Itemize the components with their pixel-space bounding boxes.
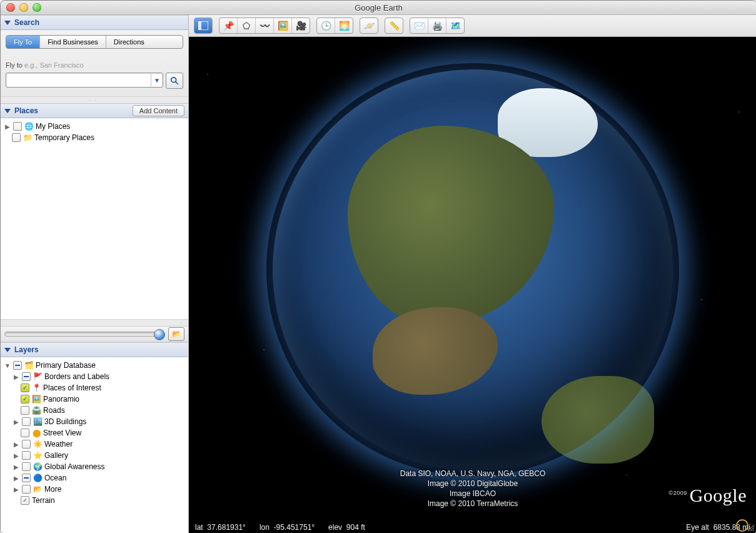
disclosure-triangle-icon[interactable]: ▶ (4, 123, 11, 130)
checkbox[interactable] (21, 496, 29, 505)
tree-row-poi[interactable]: 📍 Places of Interest (3, 382, 186, 393)
checkbox[interactable] (22, 462, 31, 471)
checkbox[interactable] (21, 395, 29, 404)
pushpin-icon: 📌 (223, 21, 234, 31)
checkbox[interactable] (12, 133, 21, 142)
main-area: 📌 ⬠ 〰️ 🖼️ 🎥 🕒 🌅 🪐 📏 ✉️ 🖨️ 🗺️ (189, 15, 756, 533)
checkbox[interactable] (21, 429, 29, 437)
search-input[interactable] (6, 76, 151, 84)
tree-label: Terrain (32, 496, 55, 505)
toolbar: 📌 ⬠ 〰️ 🖼️ 🎥 🕒 🌅 🪐 📏 ✉️ 🖨️ 🗺️ (189, 15, 756, 37)
add-polygon-button[interactable]: ⬠ (238, 18, 256, 33)
disclosure-triangle-icon[interactable]: ▶ (13, 419, 19, 425)
checkbox[interactable] (22, 372, 31, 381)
layers-panel-title: Layers (14, 345, 39, 354)
record-tour-button[interactable]: 🎥 (292, 18, 310, 33)
poi-icon: 📍 (32, 383, 41, 392)
checkbox[interactable] (21, 383, 29, 392)
logo-text: Google (690, 485, 747, 505)
places-folder-button[interactable]: 📂 (168, 327, 184, 341)
tree-row-borders[interactable]: ▶ 🚩 Borders and Labels (3, 371, 186, 382)
checkbox[interactable] (21, 406, 29, 415)
checkbox[interactable] (13, 361, 22, 370)
checkbox[interactable] (22, 440, 31, 449)
svg-rect-3 (198, 21, 201, 30)
tree-row-gallery[interactable]: ▶ ⭐ Gallery (3, 450, 186, 461)
disclosure-triangle-icon[interactable]: ▶ (13, 475, 19, 482)
sky-button[interactable]: 🪐 (360, 18, 378, 33)
disclosure-triangle-icon[interactable]: ▼ (4, 362, 11, 369)
ruler-button[interactable]: 📏 (385, 18, 403, 33)
historical-imagery-button[interactable]: 🕒 (317, 18, 335, 33)
tree-row-my-places[interactable]: ▶ 🌐 My Places (3, 121, 186, 132)
buildings-icon: 🏙️ (33, 417, 42, 426)
search-panel-header[interactable]: Search (1, 15, 188, 30)
email-button[interactable]: ✉️ (410, 18, 428, 33)
disclosure-triangle-icon[interactable]: ▶ (13, 486, 19, 493)
flyto-label: Fly to e.g., San Francisco (6, 61, 183, 69)
tree-row-street-view[interactable]: ⬤ Street View (3, 427, 186, 439)
panel-resize-grip[interactable]: ·· (1, 96, 188, 103)
tree-row-terrain[interactable]: Terrain (3, 495, 186, 506)
add-placemark-button[interactable]: 📌 (219, 18, 238, 33)
tree-row-primary-database[interactable]: ▼ 🗂️ Primary Database (3, 360, 186, 371)
checkbox[interactable] (22, 474, 31, 482)
lat-readout: lat 37.681931° (195, 523, 246, 532)
globe-viewport[interactable]: Data SIO, NOAA, U.S. Navy, NGA, GEBCO Im… (189, 37, 756, 521)
sidebar: Search Fly To Find Businesses Directions… (1, 15, 189, 533)
tree-row-weather[interactable]: ▶ ☀️ Weather (3, 439, 186, 450)
checkbox[interactable] (13, 122, 22, 131)
view-in-maps-button[interactable]: 🗺️ (446, 18, 464, 33)
disclosure-triangle-icon[interactable]: ▶ (13, 373, 19, 380)
magnifier-icon (170, 76, 179, 85)
tree-row-temp-places[interactable]: 📁 Temporary Places (3, 132, 186, 143)
opacity-slider-row: 📂 (1, 326, 188, 342)
checkbox[interactable] (22, 417, 31, 426)
search-history-dropdown[interactable]: ▼ (151, 74, 163, 86)
search-tabs: Fly To Find Businesses Directions (6, 35, 183, 49)
maps-icon: 🗺️ (450, 21, 461, 31)
tree-label: Panoramio (43, 395, 79, 404)
places-panel-header[interactable]: Places Add Content (1, 103, 188, 118)
tab-fly-to[interactable]: Fly To (6, 36, 40, 48)
tree-row-global-awareness[interactable]: ▶ 🌍 Global Awareness (3, 461, 186, 472)
borders-icon: 🚩 (33, 372, 42, 381)
add-path-button[interactable]: 〰️ (256, 18, 274, 33)
tree-row-roads[interactable]: 🛣️ Roads (3, 405, 186, 416)
tree-row-3d-buildings[interactable]: ▶ 🏙️ 3D Buildings (3, 416, 186, 427)
tree-label: Temporary Places (34, 133, 94, 142)
tree-label: More (44, 485, 61, 494)
tree-row-panoramio[interactable]: 🖼️ Panoramio (3, 393, 186, 405)
opacity-slider[interactable] (4, 332, 164, 337)
globe-icon: 🌐 (24, 122, 33, 131)
gallery-icon: ⭐ (33, 451, 42, 460)
search-input-wrap: ▼ (6, 73, 163, 88)
checkbox[interactable] (22, 451, 31, 460)
weather-icon: ☀️ (33, 440, 42, 449)
checkbox[interactable] (22, 485, 31, 494)
toggle-sidebar-button[interactable] (194, 18, 212, 33)
tab-directions[interactable]: Directions (106, 36, 152, 48)
tree-label: 3D Buildings (44, 417, 86, 426)
ocean-icon: 🔵 (33, 474, 42, 482)
tree-row-ocean[interactable]: ▶ 🔵 Ocean (3, 472, 186, 484)
road-icon: 🛣️ (32, 406, 41, 415)
layers-panel-header[interactable]: Layers (1, 342, 188, 357)
add-content-button[interactable]: Add Content (133, 105, 184, 116)
sunlight-button[interactable]: 🌅 (335, 18, 353, 33)
panel-resize-grip[interactable]: · (1, 319, 188, 326)
disclosure-triangle-icon (4, 348, 11, 352)
tab-find-businesses[interactable]: Find Businesses (40, 36, 106, 48)
tree-label: Places of Interest (43, 383, 101, 392)
resize-grip-icon[interactable] (746, 523, 755, 532)
path-icon: 〰️ (260, 21, 270, 31)
tree-row-more[interactable]: ▶ 📂 More (3, 484, 186, 495)
slider-knob[interactable] (154, 329, 165, 340)
disclosure-triangle-icon[interactable]: ▶ (13, 452, 19, 459)
print-button[interactable]: 🖨️ (428, 18, 446, 33)
add-image-overlay-button[interactable]: 🖼️ (274, 18, 292, 33)
disclosure-triangle-icon[interactable]: ▶ (13, 464, 19, 470)
folder-icon: 📂 (172, 330, 181, 338)
disclosure-triangle-icon[interactable]: ▶ (13, 441, 19, 448)
search-button[interactable] (166, 73, 183, 89)
